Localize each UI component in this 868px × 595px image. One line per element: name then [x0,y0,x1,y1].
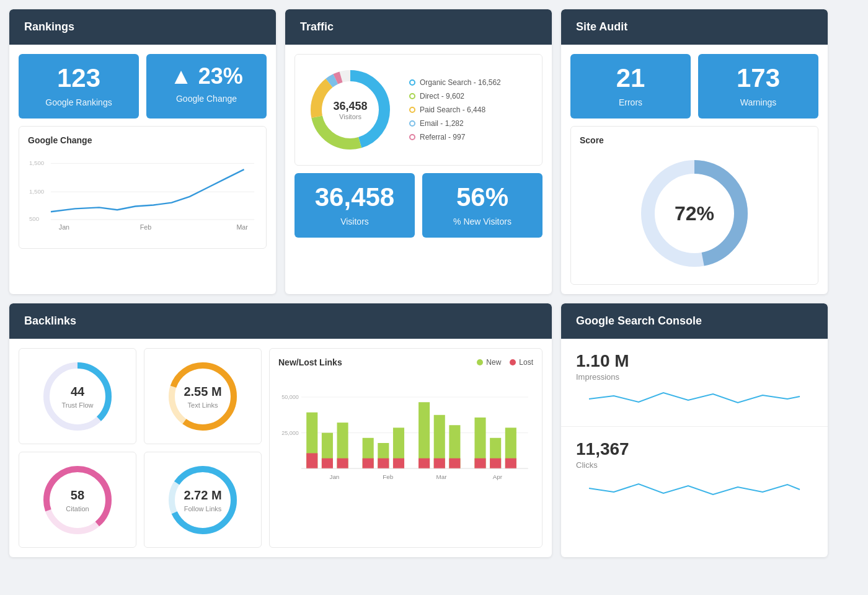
legend-item-paid: Paid Search - 6,448 [409,105,501,114]
legend-item-direct: Direct - 9,602 [409,92,501,101]
google-rankings-value: 123 [27,65,130,91]
impressions-label: Impressions [576,372,813,382]
svg-text:500: 500 [29,215,40,222]
legend-dot-organic [409,79,415,86]
text-links-value: 2.55 M [184,384,221,398]
svg-rect-31 [306,453,317,468]
bar-legend: New Lost [477,358,533,367]
svg-text:25,000: 25,000 [281,430,299,436]
legend-dot-paid [409,107,415,113]
score-center: 72% [675,202,714,225]
google-change-value: ▲ 23% [155,65,258,87]
bar-legend-new: New [477,358,501,367]
citation-card: 58 Citation [19,452,136,548]
rankings-section: Rankings 123 Google Rankings ▲ 23% Googl… [9,9,276,294]
svg-rect-39 [378,459,389,468]
traffic-body: 36,458 Visitors Organic Search - 16,562 … [285,45,552,247]
bar-chart-title: New/Lost Links [278,357,342,367]
svg-rect-49 [474,459,485,468]
clicks-metric: 11,367 Clicks [561,427,828,514]
citation-center: 58 Citation [66,488,89,512]
trust-flow-label: Trust Flow [62,401,94,408]
follow-links-label: Follow Links [184,504,221,512]
svg-text:Mar: Mar [236,223,248,231]
backlinks-chart-card: New/Lost Links New Lost [269,348,542,548]
gsc-section: Google Search Console 1.10 M Impressions… [561,303,828,557]
legend-label-organic: Organic Search - 16,562 [420,78,501,87]
dashboard: Rankings 123 Google Rankings ▲ 23% Googl… [9,9,859,557]
bar-legend-label-new: New [486,358,501,367]
google-rankings-card: 123 Google Rankings [19,54,139,119]
svg-rect-47 [449,459,460,468]
backlinks-header: Backlinks [9,303,552,339]
impressions-sparkline [576,387,813,414]
svg-text:Jan: Jan [59,223,69,231]
svg-text:1,500: 1,500 [29,159,45,166]
bar-legend-dot-new [477,359,483,365]
google-rankings-label: Google Rankings [27,97,130,107]
trust-flow-center: 44 Trust Flow [62,384,94,408]
bar-chart-header: New/Lost Links New Lost [278,357,533,367]
gsc-body: 1.10 M Impressions 11,367 Clicks [561,339,828,514]
traffic-donut: 36,458 Visitors [304,63,397,156]
legend-dot-email [409,120,415,127]
citation-value: 58 [66,488,89,502]
backlinks-left: 44 Trust Flow 2.55 M Text L [19,348,262,548]
text-links-card: 2.55 M Text Links [144,348,262,444]
follow-links-value: 2.72 M [184,488,221,502]
svg-rect-53 [505,459,516,468]
visitors-label: Visitors [303,217,406,226]
legend-label-email: Email - 1,282 [420,119,464,128]
site-audit-cards: 21 Errors 173 Warnings [570,54,818,119]
rankings-cards: 123 Google Rankings ▲ 23% Google Change [19,54,267,119]
svg-text:Mar: Mar [436,473,448,480]
new-visitors-label: % New Visitors [431,217,534,226]
backlinks-body: 44 Trust Flow 2.55 M Text L [9,339,552,557]
google-change-chart-card: Google Change 1,500 1,500 500 Jan Feb Ma… [19,126,267,249]
google-change-label: Google Change [155,94,258,104]
site-audit-header: Site Audit [561,9,828,45]
svg-rect-51 [490,459,501,468]
follow-links-donut: 2.72 M Follow Links [162,460,243,540]
score-card: Score 72% [570,126,818,285]
svg-text:Apr: Apr [493,473,503,480]
trust-flow-card: 44 Trust Flow [19,348,136,444]
donut-center-value: 36,458 [333,100,367,113]
text-links-center: 2.55 M Text Links [184,384,221,408]
svg-rect-33 [322,459,333,468]
svg-text:Feb: Feb [140,223,151,231]
new-visitors-value: 56% [431,184,534,210]
svg-rect-43 [418,459,430,468]
backlinks-section: Backlinks 44 Trust Flow [9,303,552,557]
svg-rect-41 [393,459,404,468]
errors-card: 21 Errors [570,54,691,119]
donut-center: 36,458 Visitors [333,100,367,120]
visitors-value: 36,458 [303,184,406,210]
legend-label-direct: Direct - 9,602 [420,92,464,101]
impressions-metric: 1.10 M Impressions [561,339,828,427]
rankings-body: 123 Google Rankings ▲ 23% Google Change … [9,45,276,258]
warnings-label: Warnings [707,97,810,107]
bar-chart-svg: 50,000 25,000 [278,375,533,511]
trust-flow-value: 44 [62,384,94,398]
svg-text:Feb: Feb [383,473,394,480]
citation-label: Citation [66,504,89,512]
line-chart: 1,500 1,500 500 Jan Feb Mar [28,150,257,237]
svg-rect-37 [363,459,374,468]
clicks-sparkline [576,475,813,502]
follow-links-card: 2.72 M Follow Links [144,452,262,548]
score-value: 72% [675,202,714,225]
chart-title: Google Change [28,135,257,145]
site-audit-body: 21 Errors 173 Warnings Score 72% [561,45,828,294]
svg-text:Jan: Jan [329,473,339,480]
score-title: Score [580,135,604,145]
clicks-label: Clicks [576,460,813,470]
bar-legend-label-lost: Lost [519,358,533,367]
warnings-value: 173 [707,65,810,91]
rankings-header: Rankings [9,9,276,45]
text-links-label: Text Links [184,401,221,408]
legend-label-paid: Paid Search - 6,448 [420,105,485,114]
score-donut-container: 72% [632,151,756,275]
errors-value: 21 [579,65,682,91]
svg-rect-45 [434,459,445,468]
